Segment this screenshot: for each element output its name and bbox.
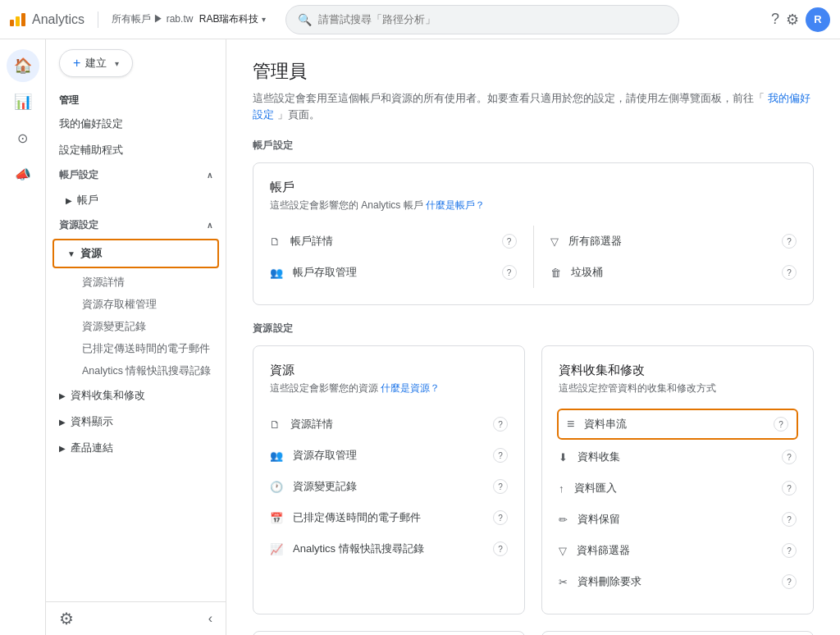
sidebar-item-product-links[interactable]: ▶ 產品連結 xyxy=(46,435,226,461)
resource-card-title: 資源 xyxy=(270,363,508,378)
sidebar-data-collect-label: 資料收集和修改 xyxy=(71,388,145,403)
resource-email-icon: 📅 xyxy=(270,512,283,524)
sidebar-item-account[interactable]: ▶ 帳戶 xyxy=(46,187,226,213)
account-right-col: ▽ 所有篩選器 ? 🗑 垃圾桶 ? xyxy=(550,226,797,288)
settings-gear-icon[interactable]: ⚙ xyxy=(59,609,74,628)
plus-icon: + xyxy=(73,56,80,71)
help-r4[interactable]: ? xyxy=(493,510,508,525)
sidebar-item-data-display[interactable]: ▶ 資料顯示 xyxy=(46,409,226,435)
help-r2[interactable]: ? xyxy=(493,448,508,463)
settings-icon[interactable]: ⚙ xyxy=(786,11,799,29)
page-title: 管理員 xyxy=(253,59,814,84)
account-left-col: 🗋 帳戶詳情 ? 👥 帳戶存取管理 ? xyxy=(270,226,517,288)
logo-icon xyxy=(10,13,25,26)
help-r3[interactable]: ? xyxy=(493,479,508,494)
doc-icon: 🗋 xyxy=(270,235,281,248)
resource-row-analytics-log[interactable]: 📈 Analytics 情報快訊搜尋記錄 ? xyxy=(270,533,508,564)
sidebar-account-label: 帳戶 xyxy=(77,193,98,208)
sidebar-item-analytics-log[interactable]: Analytics 情報快訊搜尋記錄 xyxy=(69,360,226,382)
nav-explore[interactable]: ⊙ xyxy=(7,121,39,154)
expand-icon: ▶ xyxy=(66,196,72,205)
sidebar-item-resource-detail[interactable]: 資源詳情 xyxy=(69,272,226,294)
help-dc2[interactable]: ? xyxy=(782,450,797,464)
data-delete-row[interactable]: ✂ 資料刪除要求 ? xyxy=(559,566,797,597)
account-what-link[interactable]: 什麼是帳戶？ xyxy=(426,199,485,211)
sidebar-resource-label: 資源設定 xyxy=(59,218,98,232)
sidebar-account-label: 帳戶設定 xyxy=(59,168,98,182)
nav-icons-panel: 🏠 📊 ⊙ 📣 xyxy=(0,39,46,635)
avatar[interactable]: R xyxy=(806,7,830,32)
help-dc5[interactable]: ? xyxy=(782,543,797,558)
nav-reports[interactable]: 📊 xyxy=(7,85,39,118)
sidebar-resource-group-label: 資源 xyxy=(80,246,102,261)
data-display-card: 資料顯示 這些設定控管資料在報表中的顯示方式 🔔 事件 ? ⚑ 重要事件 ? xyxy=(253,631,525,635)
chevron-up-icon2: ∧ xyxy=(207,221,212,230)
help-icon-filters[interactable]: ? xyxy=(782,234,797,249)
sidebar-item-data-collect[interactable]: ▶ 資料收集和修改 xyxy=(46,382,226,409)
retain-icon: ✏ xyxy=(559,514,568,526)
sidebar-label: 設定輔助程式 xyxy=(59,143,123,158)
sidebar-product-links-label: 產品連結 xyxy=(71,441,113,455)
help-dc1[interactable]: ? xyxy=(774,417,788,432)
help-r5[interactable]: ? xyxy=(493,541,508,556)
resource-row-changelog[interactable]: 🕐 資源變更記錄 ? xyxy=(270,471,508,502)
account-row-detail[interactable]: 🗋 帳戶詳情 ? xyxy=(270,226,517,257)
help-icon[interactable]: ? xyxy=(771,11,779,28)
account-row-access[interactable]: 👥 帳戶存取管理 ? xyxy=(270,257,517,288)
search-bar[interactable]: 🔍 xyxy=(285,5,679,34)
resource-section-label: 資源設定 xyxy=(253,322,814,336)
account-row-filters[interactable]: ▽ 所有篩選器 ? xyxy=(550,226,797,257)
second-cards-row: 資料顯示 這些設定控管資料在報表中的顯示方式 🔔 事件 ? ⚑ 重要事件 ? xyxy=(253,631,814,635)
account-name[interactable]: RAB瑞布科技 xyxy=(199,13,259,25)
help-r1[interactable]: ? xyxy=(493,417,508,432)
trash-icon: 🗑 xyxy=(550,267,561,279)
collapse-icon: ▼ xyxy=(67,249,75,258)
resource-row-email[interactable]: 📅 已排定傳送時間的電子郵件 ? xyxy=(270,502,508,533)
create-button[interactable]: + 建立 ▾ xyxy=(59,49,133,77)
data-retain-row[interactable]: ✏ 資料保留 ? xyxy=(559,504,797,535)
chevron-down-icon: ▾ xyxy=(115,59,119,68)
sidebar-collapse-icon[interactable]: ‹ xyxy=(208,611,212,626)
help-icon-trash[interactable]: ? xyxy=(782,265,797,280)
breadcrumb-account[interactable]: 所有帳戶 ▶ rab.tw RAB瑞布科技 ▾ xyxy=(112,12,266,26)
help-icon-detail[interactable]: ? xyxy=(502,234,517,249)
product-links-card: 產品連結 這些設定控管哪些產品要連結至這項資源 A Google AdSense… xyxy=(541,631,814,635)
nav-home[interactable]: 🏠 xyxy=(7,49,39,82)
help-dc3[interactable]: ? xyxy=(782,481,797,496)
sidebar-item-resource[interactable]: ▼ 資源 xyxy=(54,240,217,267)
sidebar-label: 我的偏好設定 xyxy=(59,116,123,131)
resource-card-desc: 這些設定會影響您的資源 什麼是資源？ xyxy=(270,381,508,395)
sidebar-bottom: ⚙ ‹ xyxy=(46,601,226,635)
sidebar-item-resource-access[interactable]: 資源存取權管理 xyxy=(69,294,226,316)
sidebar-item-scheduled-email[interactable]: 已排定傳送時間的電子郵件 xyxy=(69,338,226,360)
data-collect-row[interactable]: ⬇ 資料收集 ? xyxy=(559,441,797,473)
resource-history-icon: 🕐 xyxy=(270,481,283,493)
data-filter-row[interactable]: ▽ 資料篩選器 ? xyxy=(559,535,797,566)
sidebar-item-my-prefs[interactable]: 我的偏好設定 xyxy=(46,111,226,137)
sidebar-resource-header[interactable]: 資源設定 ∧ xyxy=(46,213,226,237)
sidebar-item-resource-changelog[interactable]: 資源變更記錄 xyxy=(69,316,226,338)
sidebar-item-setup-helper[interactable]: 設定輔助程式 xyxy=(46,137,226,163)
account-card-title: 帳戶 xyxy=(270,180,797,195)
resource-row-access[interactable]: 👥 資源存取管理 ? xyxy=(270,440,508,471)
resource-row-detail[interactable]: 🗋 資源詳情 ? xyxy=(270,409,508,440)
app-title: Analytics xyxy=(32,12,84,27)
help-icon-access[interactable]: ? xyxy=(502,265,517,280)
help-dc4[interactable]: ? xyxy=(782,512,797,527)
create-label: 建立 xyxy=(85,56,107,71)
resource-what-link[interactable]: 什麼是資源？ xyxy=(381,382,440,394)
resource-analytics-icon: 📈 xyxy=(270,543,283,555)
data-stream-row[interactable]: ≡ 資料串流 ? xyxy=(557,409,798,440)
topbar-right: ? ⚙ R xyxy=(771,7,830,32)
resource-card: 資源 這些設定會影響您的資源 什麼是資源？ 🗋 資源詳情 ? 👥 資源存取管理 xyxy=(253,345,525,614)
sidebar-data-display-label: 資料顯示 xyxy=(71,414,113,429)
account-row-trash[interactable]: 🗑 垃圾桶 ? xyxy=(550,257,797,288)
nav-advertise[interactable]: 📣 xyxy=(7,158,39,190)
chevron-up-icon: ∧ xyxy=(207,171,212,180)
filter-icon: ▽ xyxy=(550,235,559,248)
sidebar-account-header[interactable]: 帳戶設定 ∧ xyxy=(46,163,226,187)
account-card-desc: 這些設定會影響您的 Analytics 帳戶 什麼是帳戶？ xyxy=(270,199,797,212)
search-input[interactable] xyxy=(318,13,667,25)
data-import-row[interactable]: ↑ 資料匯入 ? xyxy=(559,473,797,504)
help-dc6[interactable]: ? xyxy=(782,574,797,589)
